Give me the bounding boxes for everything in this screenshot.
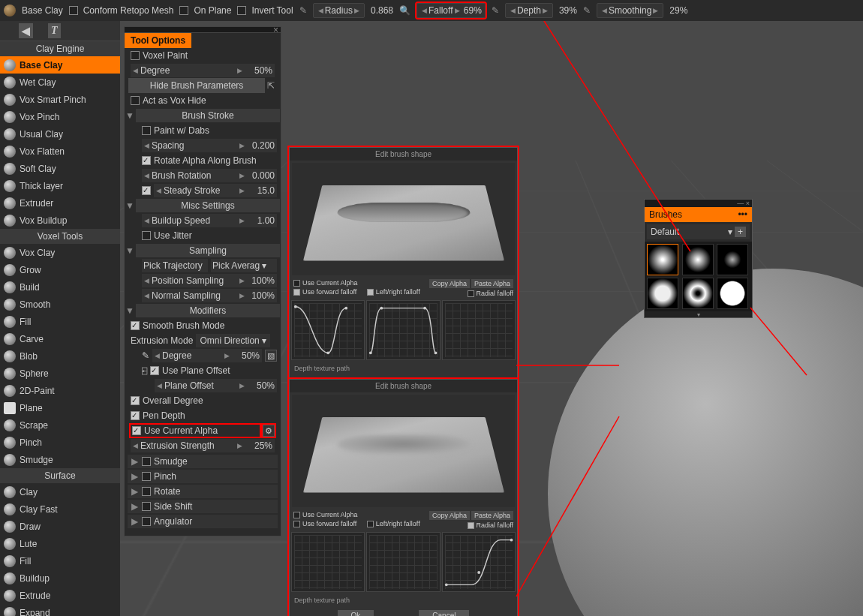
tool-item-vox-buildup[interactable]: Vox Buildup (0, 212, 120, 229)
brush-thumbnail-2[interactable] (682, 244, 714, 275)
left-right-falloff-opt[interactable]: Left/right falloff (367, 288, 420, 296)
falloff-graph-1[interactable] (291, 532, 365, 592)
tool-item-2d-paint[interactable]: 2D-Paint (0, 382, 120, 399)
tool-item-scrape[interactable]: Scrape (0, 416, 120, 434)
brushes-expand-icon[interactable]: ▾ (645, 311, 752, 317)
tool-item-wet-clay[interactable]: Wet Clay (0, 74, 120, 91)
pick-average[interactable]: Pick Averag ▾ (211, 259, 277, 272)
use-jitter-check[interactable]: Use Jitter (138, 228, 281, 243)
tool-item-buildup[interactable]: Buildup (0, 569, 120, 587)
falloff-graph-1[interactable] (291, 300, 365, 360)
overall-degree-check[interactable]: Overall Degree (125, 393, 281, 408)
extrusion-mode-dropdown[interactable]: Omni Direction ▾ (196, 334, 270, 347)
falloff-graph-2[interactable] (366, 532, 440, 592)
degree-spinner[interactable]: ◀Degree▶50% (131, 64, 275, 77)
pen-depth-check[interactable]: Pen Depth (125, 408, 281, 423)
tool-item-vox-flatten[interactable]: Vox Flatten (0, 143, 120, 160)
conform-checkbox[interactable]: Conform Retopo Mesh (69, 5, 174, 16)
voxel-paint-check[interactable]: Voxel Paint (125, 48, 281, 63)
smoothing-spinner[interactable]: ◀Smoothing▶ (597, 3, 663, 18)
brush-thumbnail-1[interactable] (647, 244, 678, 275)
falloff-graph-2[interactable] (366, 300, 440, 360)
tool-item-extrude[interactable]: Extrude (0, 587, 120, 604)
ok-button[interactable]: Ok (338, 610, 374, 616)
brush-thumbnail-4[interactable] (647, 278, 678, 309)
radius-spinner[interactable]: ◀Radius▶ (313, 3, 365, 18)
tool-item-thick-layer[interactable]: Thick layer (0, 177, 120, 194)
use-plane-offset-check[interactable] (150, 366, 159, 375)
section-misc[interactable]: Misc Settings (136, 199, 280, 212)
tool-item-grow[interactable]: Grow (0, 261, 120, 278)
tool-item-fill[interactable]: Fill (0, 552, 120, 569)
brush-preset-dropdown[interactable]: Default▾+ (647, 224, 750, 239)
brushes-menu-icon[interactable]: ••• (738, 209, 747, 220)
copy-alpha-button[interactable]: Copy Alpha (429, 279, 470, 288)
brush-thumbnail-5[interactable] (682, 278, 714, 309)
tool-item-vox-smart-pinch[interactable]: Vox Smart Pinch (0, 91, 120, 108)
use-forward-falloff-opt[interactable]: Use forward falloff (293, 288, 358, 296)
falloff-spinner[interactable]: ◀Falloff▶ 69% (416, 3, 486, 18)
normal-sampling-spinner[interactable]: ◀Normal Sampling▶100% (142, 289, 277, 302)
tool-item-fill[interactable]: Fill (0, 313, 120, 330)
brush-thumbnail-3[interactable] (717, 244, 748, 275)
hide-brush-params-button[interactable]: Hide Brush Parameters (128, 78, 265, 93)
radial-falloff-opt[interactable]: Radial falloff (468, 290, 513, 297)
tool-item-vox-pinch[interactable]: Vox Pinch (0, 108, 120, 125)
tool-item-base-clay[interactable]: Base Clay (0, 56, 120, 74)
tool-item-smooth[interactable]: Smooth (0, 296, 120, 313)
buildup-speed-spinner[interactable]: ◀Buildup Speed▶1.00 (142, 214, 277, 227)
popout-icon[interactable]: ⇱ (265, 80, 277, 91)
spacing-spinner[interactable]: ◀Spacing▶0.200 (142, 139, 277, 152)
expander-smudge[interactable]: ▶Smudge (128, 455, 278, 468)
tool-item-carve[interactable]: Carve (0, 330, 120, 347)
act-vox-hide-check[interactable]: Act as Vox Hide (125, 93, 281, 108)
tool-item-clay[interactable]: Clay (0, 483, 120, 500)
expander-pinch[interactable]: ▶Pinch (128, 470, 278, 483)
tool-item-clay-fast[interactable]: Clay Fast (0, 500, 120, 518)
degree-settings-icon[interactable]: ▧ (265, 350, 277, 362)
on-plane-checkbox[interactable]: On Plane (179, 5, 231, 16)
tool-item-smudge[interactable]: Smudge (0, 451, 120, 468)
tool-item-soft-clay[interactable]: Soft Clay (0, 160, 120, 177)
cancel-button[interactable]: Cancel (419, 610, 469, 616)
expander-side-shift[interactable]: ▶Side Shift (128, 500, 278, 513)
use-current-alpha-opt[interactable]: Use Current Alpha (293, 279, 358, 287)
rotate-alpha-check[interactable]: Rotate Alpha Along Brush (138, 153, 281, 168)
use-current-alpha-opt[interactable]: Use Current Alpha (293, 511, 358, 518)
use-forward-falloff-opt[interactable]: Use forward falloff (293, 520, 358, 527)
depth-spinner[interactable]: ◀Depth▶ (505, 3, 553, 18)
brush-rotation-spinner[interactable]: ◀Brush Rotation▶0.000 (142, 169, 277, 182)
brush-thumbnail-6[interactable] (717, 278, 748, 309)
degree2-spinner[interactable]: ◀Degree▶50% (152, 349, 262, 362)
smoothing-value[interactable]: 29% (669, 5, 687, 16)
copy-alpha-button[interactable]: Copy Alpha (429, 511, 470, 520)
position-sampling-spinner[interactable]: ◀Position Sampling▶100% (142, 274, 277, 287)
tool-item-sphere[interactable]: Sphere (0, 365, 120, 382)
section-brush-stroke[interactable]: Brush Stroke (136, 109, 280, 122)
radial-falloff-opt[interactable]: Radial falloff (468, 521, 513, 529)
plane-offset-spinner[interactable]: ◀Plane Offset▶50% (155, 379, 277, 392)
section-sampling[interactable]: Sampling (136, 244, 280, 257)
paint-dabs-check[interactable]: Paint w/ Dabs (138, 123, 281, 138)
falloff-graph-3[interactable] (442, 300, 516, 360)
falloff-graph-3[interactable] (442, 532, 516, 592)
steady-stroke-spinner[interactable]: ◀Steady Stroke▶15.0 (154, 184, 277, 197)
pick-trajectory[interactable]: Pick Trajectory (142, 259, 208, 272)
tool-item-draw[interactable]: Draw (0, 518, 120, 535)
brushes-panel-header[interactable]: — × (645, 200, 752, 207)
paste-alpha-button[interactable]: Paste Alpha (471, 279, 513, 288)
depth-value[interactable]: 39% (559, 5, 577, 16)
tool-item-build[interactable]: Build (0, 278, 120, 296)
extrusion-strength-spinner[interactable]: ◀Extrusion Strength▶25% (131, 439, 275, 452)
tool-item-plane[interactable]: Plane (0, 399, 120, 416)
expander-rotate[interactable]: ▶Rotate (128, 485, 278, 498)
tool-item-extruder[interactable]: Extruder (0, 194, 120, 212)
tool-item-blob[interactable]: Blob (0, 347, 120, 365)
steady-stroke-check[interactable] (142, 186, 151, 195)
add-brush-icon[interactable]: + (735, 227, 746, 237)
use-current-alpha-check[interactable]: Use Current Alpha (131, 425, 260, 437)
panel-header[interactable] (125, 27, 281, 33)
tool-item-usual-clay[interactable]: Usual Clay (0, 125, 120, 143)
section-modifiers[interactable]: Modifiers (136, 304, 280, 317)
smooth-brush-mode-check[interactable]: Smooth Brush Mode (125, 318, 281, 333)
